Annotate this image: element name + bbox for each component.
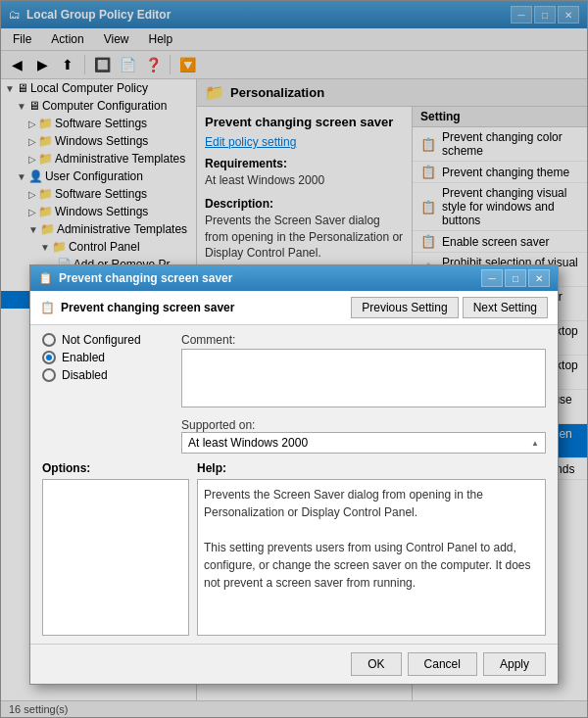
radio-disabled[interactable]: Disabled (42, 368, 170, 382)
apply-button[interactable]: Apply (483, 652, 546, 676)
radio-circle-nc (42, 333, 56, 347)
modal-title-icon: 📋 (38, 271, 53, 285)
modal-title-text: Prevent changing screen saver (59, 271, 232, 285)
modal-header-icon: 📋 (40, 301, 55, 314)
radio-circle-en (42, 351, 56, 364)
help-pane: Help: Prevents the Screen Saver dialog f… (197, 461, 546, 636)
modal-minimize-button[interactable]: ─ (481, 269, 503, 287)
supported-on-value: At least Windows 2000 (188, 436, 308, 450)
ok-button[interactable]: OK (351, 652, 401, 676)
prev-setting-button[interactable]: Previous Setting (351, 297, 458, 318)
dropdown-arrow: ▲ (531, 439, 539, 448)
comment-label: Comment: (181, 333, 546, 347)
cancel-button[interactable]: Cancel (408, 652, 477, 676)
supported-on-section: Supported on: At least Windows 2000 ▲ (181, 418, 546, 454)
modal-title-left: 📋 Prevent changing screen saver (38, 271, 232, 285)
radio-label-nc: Not Configured (62, 333, 141, 347)
radio-label-en: Enabled (62, 351, 105, 364)
help-label: Help: (197, 461, 546, 475)
modal-title-bar: 📋 Prevent changing screen saver ─ □ ✕ (30, 265, 558, 291)
modal-close-button[interactable]: ✕ (528, 269, 550, 287)
supported-on-field: At least Windows 2000 ▲ (181, 432, 546, 454)
radio-enabled[interactable]: Enabled (42, 351, 170, 364)
modal-header-title-text: Prevent changing screen saver (61, 301, 234, 314)
comment-textarea[interactable] (181, 349, 546, 407)
modal-footer: OK Cancel Apply (30, 644, 558, 684)
options-pane: Options: (42, 461, 189, 636)
radio-group: Not Configured Enabled Disabled (42, 333, 170, 382)
supported-on-label: Supported on: (181, 418, 546, 432)
help-text-box: Prevents the Screen Saver dialog from op… (197, 479, 546, 636)
radio-label-di: Disabled (62, 368, 108, 382)
options-label: Options: (42, 461, 189, 475)
radio-not-configured[interactable]: Not Configured (42, 333, 170, 347)
modal-nav-buttons: Previous Setting Next Setting (351, 297, 548, 318)
modal-body: Not Configured Enabled Disabled Comment:… (30, 325, 558, 461)
comment-section: Comment: (181, 333, 546, 410)
options-box (42, 479, 189, 636)
next-setting-button[interactable]: Next Setting (463, 297, 548, 318)
radio-circle-di (42, 368, 56, 382)
modal-dialog: 📋 Prevent changing screen saver ─ □ ✕ 📋 … (29, 264, 559, 685)
modal-maximize-button[interactable]: □ (505, 269, 526, 287)
modal-left-panel: Not Configured Enabled Disabled (42, 333, 170, 454)
modal-header-title-group: 📋 Prevent changing screen saver (40, 301, 234, 314)
modal-header: 📋 Prevent changing screen saver Previous… (30, 291, 558, 325)
modal-title-controls: ─ □ ✕ (481, 269, 550, 287)
modal-options-help: Options: Help: Prevents the Screen Saver… (30, 461, 558, 644)
modal-right-panel: Comment: Supported on: At least Windows … (181, 333, 546, 454)
